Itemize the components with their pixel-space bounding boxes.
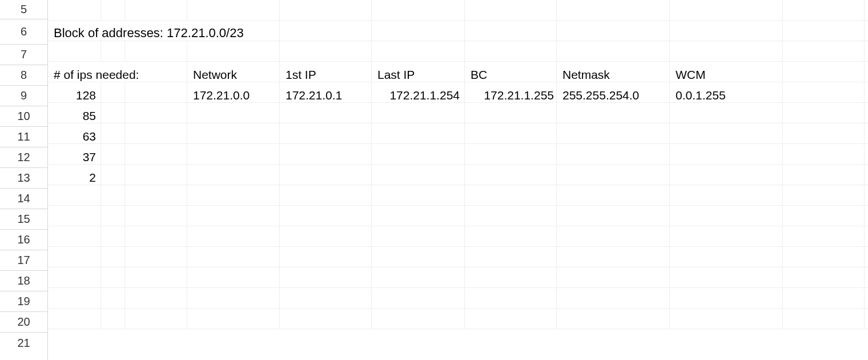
cell-D17[interactable] [187,247,280,267]
cell-B19[interactable] [101,288,125,309]
row-header[interactable]: 20 [0,312,47,333]
cell-D15[interactable] [187,206,280,226]
cell-B7[interactable] [101,41,125,62]
cell-J5[interactable] [783,0,865,21]
cell-I9[interactable]: 0.0.1.255 [670,82,783,103]
row-header[interactable]: 13 [0,168,47,189]
cell-C20[interactable] [125,309,187,329]
cell-I5[interactable] [670,0,783,21]
cell-J6[interactable] [783,21,865,41]
cell-D20[interactable] [187,309,280,329]
cell-C9[interactable] [125,82,187,103]
cell-D14[interactable] [187,185,280,206]
cell-I16[interactable] [670,226,783,247]
cell-F15[interactable] [372,206,465,226]
cell-H13[interactable] [557,165,670,185]
cell-K9[interactable] [865,82,868,103]
cell-F13[interactable] [372,165,465,185]
row-header[interactable]: 14 [0,189,47,209]
cell-A6[interactable]: Block of addresses: 172.21.0.0/23 [48,21,280,41]
cell-F18[interactable] [372,267,465,288]
cell-E5[interactable] [280,0,372,21]
cell-C12[interactable] [125,144,187,165]
cell-H5[interactable] [557,0,670,21]
cell-K12[interactable] [865,144,868,165]
cell-G5[interactable] [465,0,557,21]
cell-H7[interactable] [557,41,670,62]
cell-E17[interactable] [280,247,372,267]
cell-H15[interactable] [557,206,670,226]
cell-E20[interactable] [280,309,372,329]
cell-I19[interactable] [670,288,783,309]
cell-E14[interactable] [280,185,372,206]
cell-F19[interactable] [372,288,465,309]
cell-H9[interactable]: 255.255.254.0 [557,82,670,103]
cell-C16[interactable] [125,226,187,247]
cell-E10[interactable] [280,103,372,123]
cell-C14[interactable] [125,185,187,206]
row-header[interactable]: 9 [0,86,47,106]
cell-B9[interactable] [101,82,125,103]
cell-A18[interactable] [48,267,101,288]
cell-K10[interactable] [865,103,868,123]
cell-D12[interactable] [187,144,280,165]
cell-J18[interactable] [783,267,865,288]
cell-G18[interactable] [465,267,557,288]
row-header[interactable]: 11 [0,127,47,147]
cell-C19[interactable] [125,288,187,309]
cell-J17[interactable] [783,247,865,267]
cell-J13[interactable] [783,165,865,185]
cell-A10[interactable]: 85 [48,103,101,123]
cell-G9[interactable]: 172.21.1.255 [465,82,557,103]
cell-H17[interactable] [557,247,670,267]
cell-I7[interactable] [670,41,783,62]
cell-B15[interactable] [101,206,125,226]
cell-E8[interactable]: 1st IP [280,62,372,82]
cell-J7[interactable] [783,41,865,62]
cell-K18[interactable] [865,267,868,288]
cell-I8[interactable]: WCM [670,62,783,82]
cell-I12[interactable] [670,144,783,165]
cell-H18[interactable] [557,267,670,288]
cell-K13[interactable] [865,165,868,185]
cell-D11[interactable] [187,123,280,144]
cell-D9[interactable]: 172.21.0.0 [187,82,280,103]
cell-B10[interactable] [101,103,125,123]
cell-I13[interactable] [670,165,783,185]
cell-I11[interactable] [670,123,783,144]
cell-F20[interactable] [372,309,465,329]
cell-A13[interactable]: 2 [48,165,101,185]
row-header[interactable]: 18 [0,271,47,291]
cell-E19[interactable] [280,288,372,309]
cell-A17[interactable] [48,247,101,267]
cell-K5[interactable] [865,0,868,21]
cell-D13[interactable] [187,165,280,185]
cell-G8[interactable]: BC [465,62,557,82]
cell-F7[interactable] [372,41,465,62]
cell-C5[interactable] [125,0,187,21]
cell-A11[interactable]: 63 [48,123,101,144]
cell-J10[interactable] [783,103,865,123]
cell-E12[interactable] [280,144,372,165]
cell-A20[interactable] [48,309,101,329]
cell-B11[interactable] [101,123,125,144]
cell-A9[interactable]: 128 [48,82,101,103]
cell-F17[interactable] [372,247,465,267]
cell-I14[interactable] [670,185,783,206]
cell-J11[interactable] [783,123,865,144]
cell-F10[interactable] [372,103,465,123]
row-header[interactable]: 12 [0,147,47,168]
cell-E18[interactable] [280,267,372,288]
cell-F11[interactable] [372,123,465,144]
cell-J19[interactable] [783,288,865,309]
cell-F6[interactable] [372,21,465,41]
cell-H10[interactable] [557,103,670,123]
cell-K8[interactable] [865,62,868,82]
cell-J9[interactable] [783,82,865,103]
cell-B16[interactable] [101,226,125,247]
cell-F12[interactable] [372,144,465,165]
cell-J12[interactable] [783,144,865,165]
cell-J20[interactable] [783,309,865,329]
cell-F9[interactable]: 172.21.1.254 [372,82,465,103]
row-header[interactable]: 21 [0,333,47,353]
